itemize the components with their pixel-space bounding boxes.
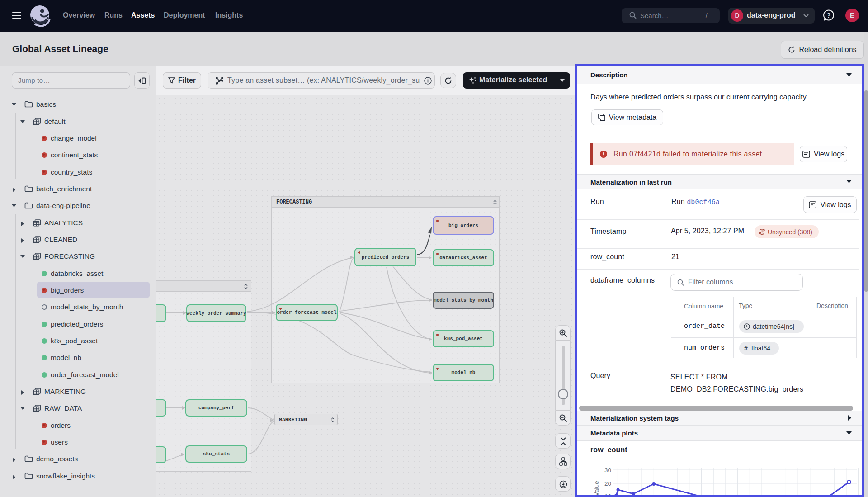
svg-text:30: 30	[604, 467, 611, 473]
svg-text:?: ?	[827, 12, 831, 19]
svg-text:10: 10	[604, 493, 611, 495]
svg-text:Value: Value	[593, 481, 600, 495]
svg-text:20: 20	[604, 480, 611, 487]
